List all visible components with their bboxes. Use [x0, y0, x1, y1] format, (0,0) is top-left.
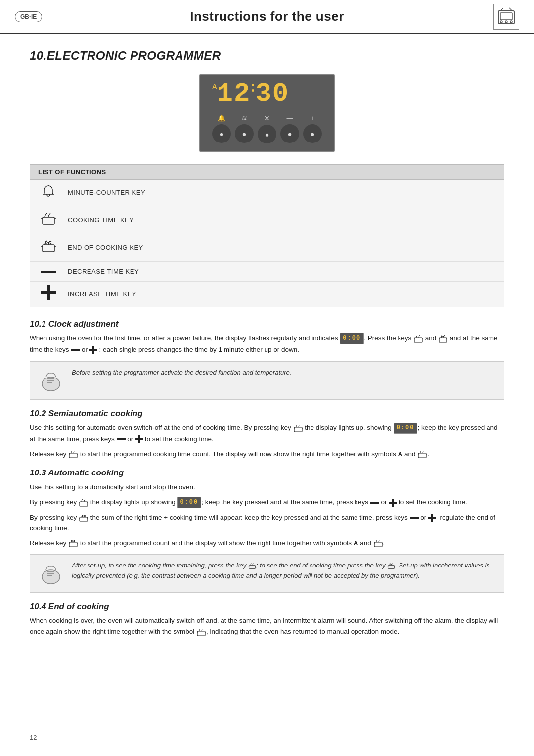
para-10-3-4: Release key to start the programmed coun… [30, 538, 504, 549]
subsection-10-1-title: 10.1 Clock adjustment [30, 319, 504, 329]
main-content: 10.ELECTRONIC PROGRAMMER A 1 2 3 0 🔔 ● [0, 34, 534, 661]
para-10-3-1: Use this setting to automatically start … [30, 482, 504, 493]
end-cooking-icon [38, 238, 59, 257]
inline-display-semi-1: 0:00 [394, 423, 418, 434]
svg-point-4 [510, 21, 512, 23]
svg-point-3 [505, 21, 507, 23]
decrease-icon [38, 266, 59, 277]
end-cooking-label: END OF COOKING KEY [68, 244, 143, 251]
para-10-1-1: When using the oven for the first time, … [30, 333, 504, 355]
note-icon-10-3 [38, 561, 64, 586]
minute-counter-icon [38, 184, 59, 202]
page-number: 12 [30, 734, 37, 741]
key-cook-icon-6 [373, 538, 383, 549]
key-cook-icon-7 [196, 627, 206, 637]
cooking-time-label: COOKING TIME KEY [68, 216, 134, 224]
svg-rect-59 [428, 517, 436, 519]
svg-rect-52 [80, 517, 88, 521]
oven-display: A 1 2 3 0 🔔 ● ≋ ● [199, 74, 335, 152]
para-10-3-3: By pressing key the sum of the right tim… [30, 512, 504, 533]
key-cook-icon-2 [293, 423, 303, 433]
btn-plus-label: + [311, 114, 314, 122]
btn-end[interactable]: ● [258, 125, 276, 143]
svg-rect-39 [135, 438, 143, 440]
note-text-10-1: Before setting the programmer activate t… [72, 368, 291, 378]
svg-rect-49 [370, 502, 379, 504]
note-box-10-1: Before setting the programmer activate t… [30, 361, 504, 400]
function-row-end-cooking: END OF COOKING KEY [30, 234, 504, 262]
functions-table: LIST OF FUNCTIONS MINUTE-COUNTER KEY [30, 164, 504, 307]
key-end-icon-2 [79, 513, 89, 523]
increase-icon [38, 285, 59, 303]
svg-rect-75 [388, 565, 395, 568]
btn-minus[interactable]: ● [280, 124, 299, 143]
svg-rect-27 [71, 349, 80, 351]
svg-rect-34 [294, 427, 302, 432]
display-button-row: 🔔 ● ≋ ● ✕ ● — ● + ● [212, 114, 322, 143]
btn-bell-label: 🔔 [218, 114, 225, 122]
btn-end-label: ✕ [264, 114, 270, 122]
note-icon-10-1 [38, 368, 64, 393]
svg-rect-16 [41, 271, 56, 273]
key-cook-icon-1 [413, 333, 423, 344]
subsection-10-4-title: 10.4 End of cooking [30, 602, 504, 612]
function-row-cooking-time: COOKING TIME KEY [30, 206, 504, 234]
btn-bell[interactable]: ● [212, 124, 231, 143]
para-10-2-2: Release key to start the programmed cook… [30, 449, 504, 460]
inline-display-auto-1: 0:00 [177, 497, 201, 508]
svg-rect-29 [89, 349, 97, 351]
header-oven-icon [493, 4, 519, 30]
function-row-increase: INCREASE TIME KEY [30, 282, 504, 307]
btn-plus[interactable]: ● [303, 124, 322, 143]
subsection-10-3-title: 10.3 Automatic cooking [30, 468, 504, 478]
key-cook-icon-5 [79, 497, 89, 508]
svg-point-2 [500, 21, 502, 23]
para-10-4-1: When cooking is over, the oven will auto… [30, 615, 504, 637]
note-box-10-3: After set-up, to see the cooking time re… [30, 554, 504, 593]
svg-rect-51 [389, 502, 397, 504]
decrease-label: DECREASE TIME KEY [68, 268, 139, 275]
svg-rect-72 [249, 565, 256, 568]
svg-rect-80 [197, 631, 205, 636]
page-header: GB-IE Instructions for the user [0, 0, 534, 34]
svg-rect-19 [414, 338, 422, 342]
key-cook-icon-4 [417, 449, 427, 460]
svg-rect-57 [410, 517, 419, 519]
para-10-3-2: By pressing key the display lights up sh… [30, 497, 504, 508]
svg-rect-46 [80, 502, 88, 506]
svg-rect-43 [418, 453, 426, 458]
cooking-time-icon [38, 210, 59, 230]
btn-cook[interactable]: ● [235, 124, 254, 143]
svg-rect-18 [41, 291, 56, 294]
function-row-minute-counter: MINUTE-COUNTER KEY [30, 180, 504, 206]
function-row-decrease: DECREASE TIME KEY [30, 262, 504, 282]
inline-display-000: 0:00 [340, 333, 364, 344]
key-end-icon-3 [68, 538, 78, 549]
svg-rect-65 [374, 542, 382, 547]
para-10-2-1: Use this setting for automatic oven swit… [30, 423, 504, 445]
section-title: 10.ELECTRONIC PROGRAMMER [30, 49, 504, 63]
svg-rect-11 [43, 245, 54, 252]
svg-rect-1 [500, 13, 512, 20]
svg-rect-8 [43, 217, 54, 224]
svg-rect-37 [117, 438, 126, 440]
btn-cook-label: ≋ [242, 114, 247, 122]
svg-rect-22 [439, 338, 447, 342]
key-cook-icon-3 [68, 449, 78, 460]
subsection-10-2-title: 10.2 Semiautomatic cooking [30, 409, 504, 419]
display-graphic: A 1 2 3 0 🔔 ● ≋ ● [30, 74, 504, 152]
svg-rect-60 [69, 542, 77, 547]
country-badge: GB-IE [15, 11, 42, 22]
increase-label: INCREASE TIME KEY [68, 290, 136, 298]
btn-minus-label: — [287, 114, 293, 122]
svg-rect-40 [69, 453, 77, 458]
page-title: Instructions for the user [190, 9, 344, 24]
minute-counter-label: MINUTE-COUNTER KEY [68, 189, 145, 196]
key-end-icon-1 [438, 333, 448, 344]
functions-table-header: LIST OF FUNCTIONS [30, 165, 504, 180]
note-text-10-3: After set-up, to see the cooking time re… [72, 561, 496, 581]
